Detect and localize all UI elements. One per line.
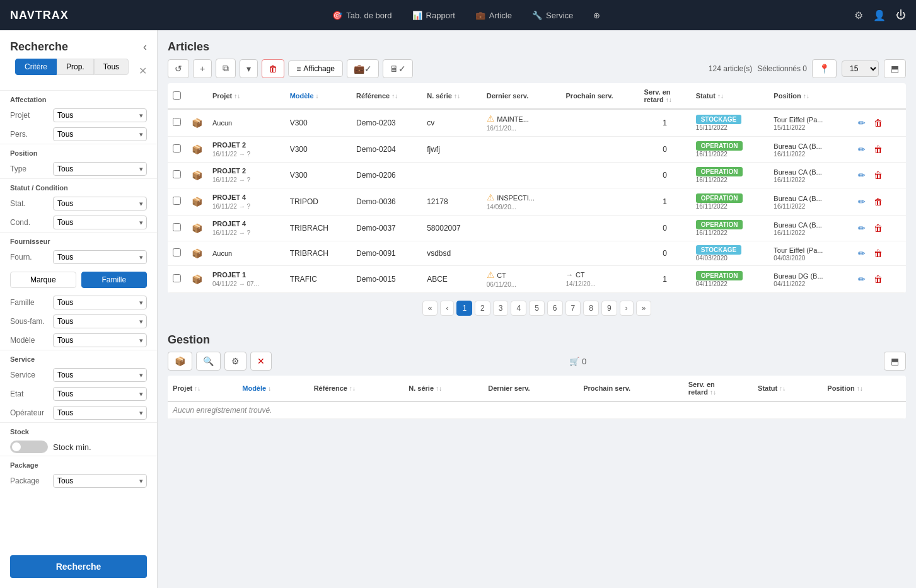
gestion-n-serie-col[interactable]: N. série ↑↓ <box>403 376 483 401</box>
tab-tous[interactable]: Tous <box>94 59 129 75</box>
gestion-projet-col[interactable]: Projet ↑↓ <box>168 376 237 401</box>
delete-button[interactable]: 🗑 <box>262 59 284 78</box>
serv-retard-col-header[interactable]: Serv. enretard ↑↓ <box>639 83 691 109</box>
sidebar-close-icon[interactable]: ‹ <box>143 40 147 54</box>
fourn-select[interactable]: Tous <box>53 250 147 264</box>
edit-button[interactable]: ✏ <box>855 222 869 234</box>
power-icon[interactable]: ⏻ <box>896 9 906 21</box>
export-button[interactable]: ⬒ <box>884 59 906 78</box>
row-delete-button[interactable]: 🗑 <box>871 273 886 285</box>
row-checkbox[interactable] <box>173 118 181 126</box>
page-1[interactable]: 1 <box>456 301 472 316</box>
package-select[interactable]: Tous <box>53 474 147 488</box>
page-5[interactable]: 5 <box>529 301 545 316</box>
edit-button[interactable]: ✏ <box>855 195 869 208</box>
row-delete-button[interactable]: 🗑 <box>871 117 886 129</box>
gestion-position-col[interactable]: Position ↑↓ <box>822 376 906 401</box>
gestion-serv-retard-col[interactable]: Serv. enretard ↑↓ <box>683 376 753 401</box>
row-delete-button[interactable]: 🗑 <box>871 169 886 182</box>
service-select[interactable]: Tous <box>53 368 147 382</box>
modele-select-wrapper: Tous <box>53 333 147 347</box>
affichage-button[interactable]: ≡ Affichage <box>288 61 343 77</box>
row-checkbox[interactable] <box>173 274 181 282</box>
gestion-query-btn[interactable]: 🔍 <box>196 352 221 371</box>
gestion-clear-btn[interactable]: ✕ <box>250 352 272 371</box>
down-button[interactable]: ▾ <box>240 59 258 78</box>
gestion-reference-col[interactable]: Référence ↑↓ <box>309 376 404 401</box>
pin-button[interactable]: 📍 <box>812 59 837 78</box>
row-checkbox[interactable] <box>173 197 181 205</box>
type-select[interactable]: Tous <box>53 162 147 176</box>
modele-col-header[interactable]: Modèle ↓ <box>285 83 351 109</box>
row-checkbox[interactable] <box>173 223 181 231</box>
gestion-article-btn[interactable]: 📦 <box>168 352 192 371</box>
nav-service[interactable]: 🔧 Service <box>523 7 582 24</box>
page-7[interactable]: 7 <box>565 301 581 316</box>
nav-rapport[interactable]: 📊 Rapport <box>403 7 464 24</box>
page-next[interactable]: › <box>620 301 634 316</box>
warning-icon: ⚠ <box>487 270 495 280</box>
page-2[interactable]: 2 <box>475 301 490 316</box>
sidebar-clear-button[interactable]: ✕ <box>139 65 147 77</box>
page-8[interactable]: 8 <box>583 301 599 316</box>
row-checkbox[interactable] <box>173 144 181 153</box>
per-page-select[interactable]: 15 25 50 100 <box>842 61 879 77</box>
etat-select[interactable]: Tous <box>53 387 147 401</box>
select-all-checkbox[interactable] <box>173 91 181 100</box>
row-delete-button[interactable]: 🗑 <box>871 247 886 260</box>
row-checkbox[interactable] <box>173 170 181 178</box>
row-delete-button[interactable]: 🗑 <box>871 143 886 156</box>
dernier-serv-col-header: Dernier serv. <box>482 83 561 109</box>
cond-select[interactable]: Tous <box>53 216 147 229</box>
row-checkbox[interactable] <box>173 248 181 257</box>
add-button[interactable]: + <box>193 59 212 78</box>
statut-sort-icon: ↑↓ <box>717 93 724 100</box>
nav-add[interactable]: ⊕ <box>584 7 609 24</box>
briefcase-icon-btn[interactable]: 💼✓ <box>347 59 379 78</box>
famille-select[interactable]: Tous <box>53 296 147 309</box>
tab-prop[interactable]: Prop. <box>57 59 94 75</box>
n-serie-col-header[interactable]: N. série ↑↓ <box>422 83 482 109</box>
page-3[interactable]: 3 <box>493 301 509 316</box>
modele-select[interactable]: Tous <box>53 333 147 347</box>
gestion-export-btn[interactable]: ⬒ <box>884 352 906 371</box>
row-delete-button[interactable]: 🗑 <box>871 222 886 234</box>
pers-select[interactable]: Tous <box>53 127 147 141</box>
gestion-statut-col[interactable]: Statut ↑↓ <box>753 376 822 401</box>
user-icon[interactable]: 👤 <box>873 9 886 21</box>
recherche-button[interactable]: Recherche <box>10 555 147 578</box>
page-last[interactable]: » <box>636 301 652 316</box>
reference-col-header[interactable]: Référence ↑↓ <box>351 83 422 109</box>
edit-button[interactable]: ✏ <box>855 247 869 260</box>
row-delete-button[interactable]: 🗑 <box>871 195 886 208</box>
sous-fam-select[interactable]: Tous <box>53 314 147 328</box>
page-9[interactable]: 9 <box>601 301 617 316</box>
position-col-header[interactable]: Position ↑↓ <box>768 83 850 109</box>
page-6[interactable]: 6 <box>547 301 563 316</box>
settings-icon[interactable]: ⚙ <box>854 9 863 21</box>
gestion-settings-btn[interactable]: ⚙ <box>224 352 246 371</box>
page-prev[interactable]: ‹ <box>440 301 454 316</box>
gestion-modele-col[interactable]: Modèle ↓ <box>237 376 308 401</box>
duplicate-button[interactable]: ⧉ <box>216 59 236 78</box>
projet-col-header[interactable]: Projet ↑↓ <box>207 83 285 109</box>
stock-min-toggle[interactable] <box>10 441 48 453</box>
tab-critere[interactable]: Critère <box>15 59 57 75</box>
nav-article[interactable]: 💼 Article <box>467 7 521 24</box>
page-first[interactable]: « <box>422 301 438 316</box>
screen-icon-btn[interactable]: 🖥✓ <box>383 59 413 78</box>
famille-toggle[interactable]: Famille <box>81 272 148 288</box>
marque-toggle[interactable]: Marque <box>10 272 76 288</box>
operateur-select[interactable]: Tous <box>53 406 147 420</box>
page-4[interactable]: 4 <box>511 301 526 316</box>
edit-button[interactable]: ✏ <box>855 143 869 156</box>
statut-col-header[interactable]: Statut ↑↓ <box>691 83 769 109</box>
edit-button[interactable]: ✏ <box>855 117 869 129</box>
rapport-label: Rapport <box>426 11 455 20</box>
stat-select[interactable]: Tous <box>53 197 147 210</box>
nav-tab-de-bord[interactable]: 🎯 Tab. de bord <box>323 7 400 24</box>
projet-select[interactable]: Tous <box>53 108 147 122</box>
edit-button[interactable]: ✏ <box>855 273 869 285</box>
refresh-button[interactable]: ↺ <box>168 59 189 78</box>
edit-button[interactable]: ✏ <box>855 169 869 182</box>
